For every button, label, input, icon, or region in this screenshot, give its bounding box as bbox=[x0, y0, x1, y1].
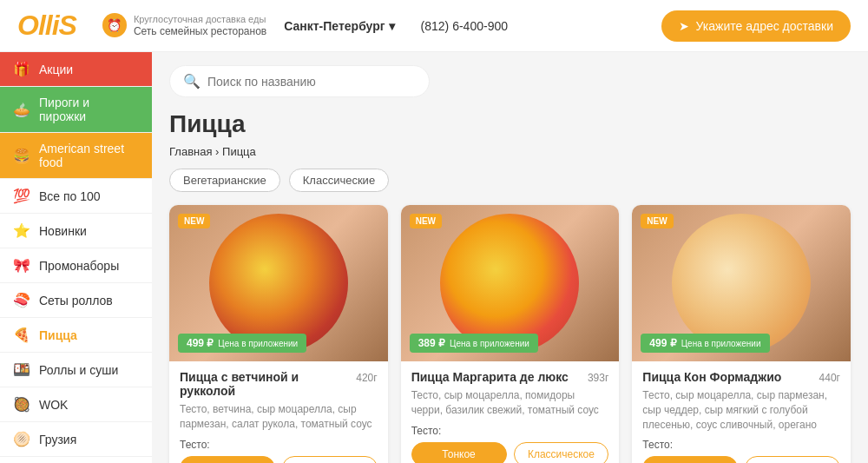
delivery-icon: ⏰ bbox=[102, 13, 127, 37]
product-desc-1: Тесто, сыр моцарелла, помидоры черри, ба… bbox=[411, 388, 609, 418]
phone-number: (812) 6-400-900 bbox=[421, 19, 508, 33]
dough-label-0: Тесто: bbox=[180, 439, 378, 451]
gift-icon: 🎁 bbox=[13, 61, 30, 77]
logo: OlliS bbox=[17, 10, 76, 42]
product-card-0: NEW 499 ₽ Цена в приложении Пицца с ветч… bbox=[169, 205, 388, 463]
sidebar-item-label: Сеты роллов bbox=[39, 294, 113, 308]
product-info-2: Пицца Кон Формаджио 440г Тесто, сыр моца… bbox=[632, 361, 851, 463]
delivery-info: ⏰ Круглосуточная доставка еды Сеть семей… bbox=[102, 13, 266, 39]
dough-buttons-0: Тонкое Классическое bbox=[180, 456, 378, 463]
address-button-label: Укажите адрес доставки bbox=[696, 19, 833, 33]
app-price-text-2: Цена в приложении bbox=[681, 339, 761, 348]
sidebar-item-label: Все по 100 bbox=[39, 189, 101, 203]
delivery-text: Круглосуточная доставка еды Сеть семейны… bbox=[134, 13, 266, 39]
breadcrumb-current: Пицца bbox=[222, 145, 256, 158]
pizza-icon: 🍕 bbox=[13, 327, 30, 343]
sidebar-item-label: Пицца bbox=[39, 328, 77, 342]
location-icon: ➤ bbox=[679, 19, 689, 33]
product-image-wrap-2: NEW 499 ₽ Цена в приложении bbox=[632, 205, 851, 361]
chevron-down-icon: ▾ bbox=[389, 19, 395, 33]
price-badge-2: 499 ₽ Цена в приложении bbox=[641, 334, 769, 353]
filter-classic[interactable]: Классические bbox=[289, 169, 389, 192]
new-badge-1: NEW bbox=[410, 214, 442, 228]
dough-classic-1[interactable]: Классическое bbox=[514, 442, 609, 463]
product-weight-0: 420г bbox=[356, 372, 377, 384]
breadcrumb-separator: › bbox=[215, 145, 222, 158]
sidebar-item-american[interactable]: 🍔 American street food bbox=[0, 133, 152, 179]
sidebar-item-label: Акции bbox=[39, 63, 73, 76]
new-badge-0: NEW bbox=[178, 214, 210, 228]
product-weight-2: 440г bbox=[819, 372, 840, 384]
product-name-2: Пицца Кон Формаджио bbox=[642, 370, 781, 384]
hundred-icon: 💯 bbox=[13, 188, 30, 204]
promo-icon: 🎀 bbox=[13, 257, 30, 274]
product-image-wrap-1: NEW 389 ₽ Цена в приложении bbox=[401, 205, 620, 361]
product-card-2: NEW 499 ₽ Цена в приложении Пицца Кон Фо… bbox=[632, 205, 851, 463]
sidebar-item-georgia[interactable]: 🫓 Грузия bbox=[0, 422, 152, 457]
bento-icon: 🍱 bbox=[13, 361, 30, 378]
sidebar: 🎁 Акции 🥧 Пироги и пирожки 🍔 American st… bbox=[0, 52, 152, 463]
sidebar-item-label: WOK bbox=[39, 398, 68, 412]
wok-icon: 🥘 bbox=[13, 396, 30, 413]
sidebar-item-wok[interactable]: 🥘 WOK bbox=[0, 387, 152, 422]
content-area: 🔍 Пицца Главная › Пицца Вегетарианские К… bbox=[152, 52, 868, 463]
sidebar-item-rolls-sushi[interactable]: 🍱 Роллы и суши bbox=[0, 353, 152, 387]
dough-thin-1[interactable]: Тонкое bbox=[411, 442, 507, 463]
address-button[interactable]: ➤ Укажите адрес доставки bbox=[661, 10, 851, 42]
sidebar-item-pirogi[interactable]: 🥧 Пироги и пирожки bbox=[0, 87, 152, 133]
new-badge-2: NEW bbox=[641, 214, 673, 228]
filter-vegetarian[interactable]: Вегетарианские bbox=[169, 169, 280, 192]
sidebar-item-label: Промонаборы bbox=[39, 259, 119, 273]
city-selector[interactable]: Санкт-Петербург ▾ bbox=[284, 19, 394, 33]
product-image-wrap-0: NEW 499 ₽ Цена в приложении bbox=[169, 205, 388, 361]
sidebar-item-promo[interactable]: 🎀 Промонаборы bbox=[0, 248, 152, 283]
product-desc-0: Тесто, ветчина, сыр моцарелла, сыр парме… bbox=[180, 402, 378, 432]
delivery-line1: Круглосуточная доставка еды bbox=[134, 13, 266, 25]
sidebar-item-rolls[interactable]: 🍣 Сеты роллов bbox=[0, 283, 152, 318]
sidebar-item-aktsii[interactable]: 🎁 Акции bbox=[0, 52, 152, 87]
app-price-text-1: Цена в приложении bbox=[450, 339, 529, 348]
sidebar-item-street[interactable]: 🌮 Стритфуд bbox=[0, 457, 152, 463]
sidebar-item-label: Грузия bbox=[39, 433, 76, 446]
dough-buttons-2: Тонкое Классическое bbox=[642, 456, 840, 463]
dough-thin-0[interactable]: Тонкое bbox=[180, 456, 275, 463]
search-icon: 🔍 bbox=[183, 73, 201, 89]
dough-buttons-1: Тонкое Классическое bbox=[411, 442, 609, 463]
dough-thin-2[interactable]: Тонкое bbox=[642, 456, 738, 463]
product-info-0: Пицца с ветчиной и рукколой 420г Тесто, … bbox=[169, 361, 388, 463]
product-price-0: 499 ₽ bbox=[187, 337, 214, 349]
pizza-visual-1 bbox=[440, 214, 579, 353]
search-bar: 🔍 bbox=[169, 65, 430, 97]
app-price-text-0: Цена в приложении bbox=[218, 339, 298, 348]
product-name-row-1: Пицца Маргарита де люкс 393г bbox=[411, 370, 609, 384]
dough-classic-0[interactable]: Классическое bbox=[282, 456, 378, 463]
product-info-1: Пицца Маргарита де люкс 393г Тесто, сыр … bbox=[401, 361, 620, 463]
product-desc-2: Тесто, сыр моцарелла, сыр пармезан, сыр … bbox=[642, 388, 840, 432]
product-price-1: 389 ₽ bbox=[418, 337, 445, 349]
product-name-1: Пицца Маргарита де люкс bbox=[411, 370, 569, 384]
food-icon: 🍔 bbox=[13, 148, 30, 164]
city-label: Санкт-Петербург bbox=[284, 19, 385, 33]
main-layout: 🎁 Акции 🥧 Пироги и пирожки 🍔 American st… bbox=[0, 52, 868, 463]
sidebar-item-vse100[interactable]: 💯 Все по 100 bbox=[0, 179, 152, 214]
price-badge-0: 499 ₽ Цена в приложении bbox=[178, 334, 306, 353]
dough-label-2: Тесто: bbox=[642, 439, 840, 451]
search-input[interactable] bbox=[207, 75, 416, 89]
filter-tags: Вегетарианские Классические bbox=[169, 169, 851, 192]
sidebar-item-label: American street food bbox=[39, 142, 139, 169]
dough-classic-2[interactable]: Классическое bbox=[745, 456, 840, 463]
pie-icon: 🥧 bbox=[13, 102, 30, 118]
product-card-1: NEW 389 ₽ Цена в приложении Пицца Маргар… bbox=[401, 205, 620, 463]
products-grid: NEW 499 ₽ Цена в приложении Пицца с ветч… bbox=[169, 205, 851, 463]
pizza-visual-0 bbox=[209, 214, 348, 353]
breadcrumb-home: Главная bbox=[169, 145, 212, 158]
sidebar-item-pizza[interactable]: 🍕 Пицца bbox=[0, 318, 152, 353]
product-name-0: Пицца с ветчиной и рукколой bbox=[180, 370, 356, 398]
sushi-icon: 🍣 bbox=[13, 292, 30, 308]
header: OlliS ⏰ Круглосуточная доставка еды Сеть… bbox=[0, 0, 868, 52]
sidebar-item-novinki[interactable]: ⭐ Новинки bbox=[0, 214, 152, 248]
product-price-2: 499 ₽ bbox=[649, 337, 676, 349]
sidebar-item-label: Пироги и пирожки bbox=[39, 96, 139, 123]
star-icon: ⭐ bbox=[13, 222, 30, 239]
page-title: Пицца bbox=[169, 110, 851, 138]
